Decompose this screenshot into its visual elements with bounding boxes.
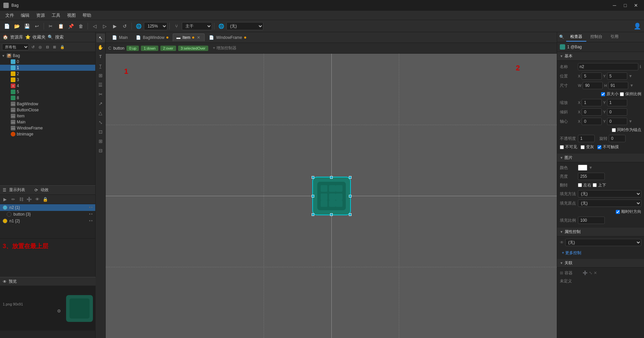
toolbar-paste[interactable]: 📌 <box>66 22 75 31</box>
toolbar-lang-icon[interactable]: 🌐 <box>216 22 226 31</box>
pos-expand-btn[interactable]: ▼ <box>629 74 633 78</box>
fill-method-select[interactable]: (无) <box>578 190 641 198</box>
fill-origin-select[interactable]: (无) <box>578 200 641 207</box>
pos-x-input[interactable] <box>582 72 602 80</box>
toolbar-new[interactable]: 📄 <box>2 22 11 31</box>
toolbar-del[interactable]: 🗑 <box>76 22 86 31</box>
tab-item[interactable]: ▬ Item ✕ <box>173 34 205 41</box>
more-controls-btn[interactable]: + 更多控制 <box>560 249 583 257</box>
handle-ml[interactable] <box>312 195 314 198</box>
size-expand-btn[interactable]: ▼ <box>630 83 634 88</box>
toolbar-refresh[interactable]: ↺ <box>120 22 129 31</box>
color-swatch[interactable] <box>578 165 587 171</box>
menu-view[interactable]: 视图 <box>64 11 79 20</box>
list-eye-btn[interactable]: 👁 <box>34 196 41 203</box>
tree-item-2[interactable]: 2 <box>0 71 95 77</box>
scale-y-input[interactable] <box>607 99 627 106</box>
menu-help[interactable]: 帮助 <box>79 11 95 20</box>
handle-mr[interactable] <box>349 195 352 198</box>
handle-tl[interactable] <box>312 176 314 179</box>
sidebar-cursor-icon[interactable]: ↖ <box>96 34 105 42</box>
keep-ratio-checkbox[interactable] <box>620 92 624 96</box>
prop-name-input[interactable] <box>578 63 638 70</box>
tab-item-close[interactable]: ✕ <box>196 35 201 40</box>
toolbar-branch-select[interactable]: 主干 <box>182 22 212 30</box>
sidebar-crop-icon[interactable]: ✂ <box>96 90 105 99</box>
tab-inspector[interactable]: 检查器 <box>566 33 586 42</box>
section-prop-ctrl-header[interactable]: ▼ 属性控制 <box>557 228 644 236</box>
tab-windowframe[interactable]: 📄 WindowFrame <box>205 34 250 41</box>
pivot-y-input[interactable] <box>607 118 627 125</box>
container-add-btn[interactable]: ➕ <box>583 271 588 275</box>
filter-select[interactable]: 所有包 <box>2 44 29 50</box>
list-item-n1[interactable]: n1 {2} • • <box>0 218 95 224</box>
maximize-button[interactable]: □ <box>621 2 630 9</box>
invisible-checkbox[interactable] <box>560 145 564 149</box>
minimize-button[interactable]: ─ <box>610 2 619 9</box>
brightness-input[interactable] <box>578 173 605 180</box>
sidebar-expand-icon[interactable]: ⤡ <box>96 118 105 127</box>
locate-btn[interactable]: ◎ <box>37 44 43 50</box>
toolbar-branch-icon[interactable]: ⑂ <box>172 22 181 31</box>
tab-main[interactable]: 📄 Main <box>108 34 131 41</box>
tab-reference[interactable]: 引用 <box>606 33 623 42</box>
refresh-btn[interactable]: ↺ <box>30 44 36 50</box>
toolbar-save[interactable]: 💾 <box>22 22 32 31</box>
rotation-input[interactable] <box>609 135 626 142</box>
grid-btn[interactable]: ⊞ <box>52 44 57 50</box>
prop-name-info[interactable]: ℹ <box>640 64 641 69</box>
tree-item-bag[interactable]: ▼ 📦 Bag <box>0 53 95 59</box>
pos-y-input[interactable] <box>607 72 627 80</box>
view-toggle-btn[interactable]: ⊟ <box>45 44 50 50</box>
toolbar-undo[interactable]: ↩ <box>32 22 42 31</box>
toolbar-align-left[interactable]: ◁ <box>90 22 99 31</box>
list-item-button[interactable]: button {3} • • <box>0 211 95 218</box>
section-relation-header[interactable]: ▼ 关联 <box>557 259 644 268</box>
handle-br[interactable] <box>349 213 352 216</box>
tree-item-5[interactable]: 5 <box>0 89 95 95</box>
section-basic-header[interactable]: ▼ 基本 <box>557 52 644 61</box>
container-expand-btn[interactable]: ⤡ <box>589 271 592 275</box>
ctrl-state-over[interactable]: 2:over <box>160 46 176 51</box>
tab-console[interactable]: 控制台 <box>586 33 606 42</box>
fill-ratio-input[interactable] <box>578 217 605 224</box>
tree-item-0[interactable]: 0 <box>0 59 95 65</box>
pivot-x-input[interactable] <box>582 118 602 125</box>
sidebar-richtext-icon[interactable]: T̲ <box>96 62 105 70</box>
toolbar-scene[interactable]: 🌐 <box>134 22 143 31</box>
menu-tool[interactable]: 工具 <box>48 11 64 20</box>
menu-file[interactable]: 文件 <box>2 11 17 20</box>
tree-item-windowframe[interactable]: — WindowFrame <box>0 125 95 131</box>
list-item-n2[interactable]: n2 {1} • • <box>0 204 95 211</box>
tree-item-3[interactable]: 3 <box>0 77 95 83</box>
sidebar-list-icon[interactable]: ☰ <box>96 80 105 89</box>
color-dropdown-btn[interactable]: ▼ <box>589 165 593 170</box>
tree-item-bagwindow[interactable]: — BagWindow <box>0 101 95 107</box>
close-button[interactable]: ✕ <box>631 2 641 9</box>
handle-tr[interactable] <box>349 176 352 179</box>
flip-lr-checkbox[interactable] <box>578 183 582 187</box>
section-image-header[interactable]: ▼ 图片 <box>557 154 644 162</box>
pivot-expand-btn[interactable]: ▼ <box>629 119 633 124</box>
tree-item-item[interactable]: — Item <box>0 113 95 119</box>
prop-ctrl-select[interactable]: (无) <box>565 239 641 246</box>
handle-tm[interactable] <box>330 176 333 179</box>
container-close-btn[interactable]: ✕ <box>594 271 597 275</box>
lock-btn[interactable]: 🔒 <box>59 44 66 50</box>
clockwise-checkbox[interactable] <box>616 210 620 214</box>
sidebar-component-icon[interactable]: ⊞ <box>96 71 105 80</box>
sidebar-grid-icon[interactable]: ⊞ <box>96 137 105 146</box>
list-edit-btn[interactable]: ✏ <box>9 196 17 203</box>
toolbar-open[interactable]: 📂 <box>12 22 21 31</box>
skew-y-input[interactable] <box>607 108 627 116</box>
canvas-item-n2[interactable] <box>312 177 351 215</box>
preview-settings-btn[interactable]: ⚙ <box>55 307 63 315</box>
opacity-input[interactable] <box>578 135 595 142</box>
tree-item-buttonclose[interactable]: — ButtonClose <box>0 107 95 113</box>
sidebar-node-icon[interactable]: ⊡ <box>96 127 105 136</box>
toolbar-align-right[interactable]: ▷ <box>100 22 109 31</box>
grayed-checkbox[interactable] <box>581 145 585 149</box>
toolbar-cut[interactable]: ✂ <box>46 22 55 31</box>
handle-bl[interactable] <box>312 213 314 216</box>
ctrl-state-down[interactable]: 1:down <box>141 46 158 51</box>
